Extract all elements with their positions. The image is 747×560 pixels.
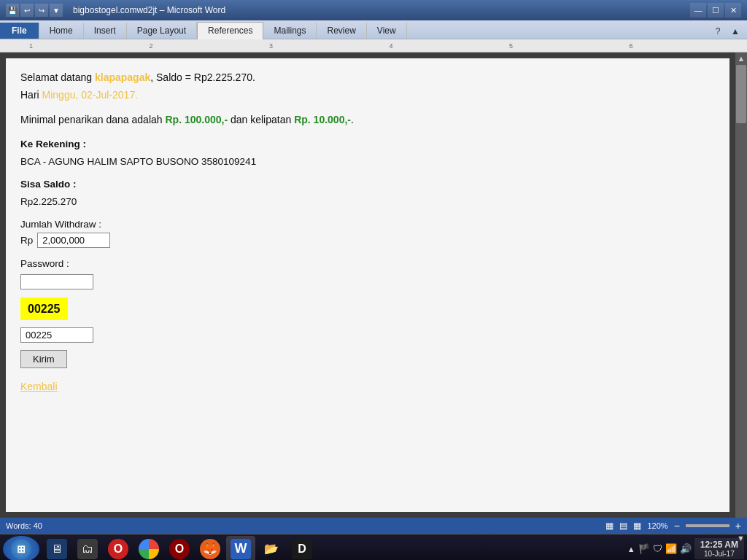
sisa-saldo-label: Sisa Saldo :	[20, 176, 715, 192]
rekening-section: Ke Rekening : BCA - AGUNG HALIM SAPTO BU…	[20, 136, 715, 169]
minimal-amount2: Rp. 10.000,-	[294, 114, 351, 125]
captcha-section: 00225	[20, 298, 715, 343]
taskbar-apps: 🖥 🗂 O O 🦊 W 📂 D	[42, 536, 317, 561]
word-icon: W	[231, 539, 251, 559]
sisa-saldo-section: Sisa Saldo : Rp2.225.270	[20, 176, 715, 209]
redo-quick-btn[interactable]: ↪	[35, 4, 48, 17]
tray-icon-security: 🛡	[653, 543, 662, 554]
minimal-before: Minimal penarikan dana adalah	[20, 114, 165, 125]
minimal-amount: Rp. 100.000,-	[165, 114, 228, 125]
taskbar-app-filemanager[interactable]: 🗂	[73, 536, 102, 561]
password-section: Password :	[20, 256, 715, 290]
taskbar-app-explorer[interactable]: 🖥	[42, 536, 71, 561]
title-bar-left: 💾 ↩ ↪ ▼ bigbostogel.comwd2jt – Microsoft…	[6, 4, 225, 17]
document-content: Selamat datang klapapagak, Saldo = Rp2.2…	[6, 58, 729, 512]
status-right: ▦ ▤ ▦ 120% − +	[605, 520, 741, 532]
taskbar-app-dict[interactable]: D	[287, 536, 317, 561]
more-quick-btn[interactable]: ▼	[50, 4, 63, 17]
undo-quick-btn[interactable]: ↩	[20, 4, 34, 17]
minimize-btn[interactable]: —	[690, 3, 706, 18]
view-icon-full[interactable]: ▤	[619, 521, 627, 531]
taskbar-app-opera-dark[interactable]: O	[165, 536, 194, 561]
clock-time: 12:25 AM	[700, 540, 738, 550]
title-bar: 💾 ↩ ↪ ▼ bigbostogel.comwd2jt – Microsoft…	[0, 0, 747, 20]
tab-file[interactable]: File	[0, 23, 39, 39]
window-controls: — ☐ ✕	[690, 3, 741, 18]
kirim-button[interactable]: Kirim	[20, 350, 67, 368]
ribbon-tabs: File Home Insert Page Layout References …	[0, 20, 747, 39]
firefox-icon: 🦊	[200, 539, 220, 559]
password-input[interactable]	[20, 274, 93, 289]
taskbar-app-word[interactable]: W	[226, 536, 255, 561]
collapse-ribbon-btn[interactable]: ▲	[728, 24, 743, 39]
withdraw-amount-input[interactable]	[37, 233, 110, 248]
tray-icon-network: 📶	[665, 543, 677, 554]
explorer-icon: 🖥	[47, 539, 67, 559]
date-text: Minggu, 02-Jul-2017.	[42, 89, 139, 101]
ke-rekening-label: Ke Rekening :	[20, 136, 715, 152]
zoom-slider[interactable]	[686, 524, 729, 527]
rekening-value: BCA - AGUNG HALIM SAPTO BUSONO 358010924…	[20, 154, 715, 170]
welcome-after: , Saldo = Rp2.225.270.	[150, 71, 255, 83]
jumlah-withdraw-label: Jumlah Withdraw :	[20, 217, 715, 233]
filemanager-icon: 🗂	[77, 539, 98, 559]
welcome-section: Selamat datang klapapagak, Saldo = Rp2.2…	[20, 69, 715, 104]
help-btn[interactable]: ?	[711, 24, 725, 39]
quick-access-toolbar: 💾 ↩ ↪ ▼	[6, 4, 63, 17]
ribbon-extra: ? ▲	[711, 24, 747, 39]
welcome-before: Selamat datang	[20, 71, 95, 83]
zoom-in-btn[interactable]: +	[735, 520, 741, 532]
taskbar-app-folder[interactable]: 📂	[257, 536, 286, 561]
taskbar-app-firefox[interactable]: 🦊	[196, 536, 225, 561]
view-icon-print[interactable]: ▦	[605, 521, 614, 531]
tab-view[interactable]: View	[367, 23, 407, 39]
taskbar-app-opera-red[interactable]: O	[104, 536, 133, 561]
windows-logo: ⊞	[11, 539, 31, 559]
scroll-thumb[interactable]	[736, 65, 746, 123]
zoom-out-btn[interactable]: −	[674, 520, 680, 532]
dict-icon: D	[292, 539, 312, 559]
tab-insert[interactable]: Insert	[84, 23, 127, 39]
sisa-saldo-value: Rp2.225.270	[20, 194, 715, 210]
password-label: Password :	[20, 256, 715, 272]
tab-references[interactable]: References	[197, 22, 263, 39]
rp-prefix: Rp	[20, 233, 33, 249]
minimal-middle: dan kelipatan	[228, 114, 294, 125]
hari-before: Hari	[20, 89, 42, 101]
start-button[interactable]: ⊞	[3, 536, 39, 561]
ruler: 1 2 3 4 5 6 7 8 9	[0, 39, 747, 52]
captcha-input[interactable]	[20, 327, 93, 343]
opera-dark-icon: O	[169, 539, 190, 559]
withdraw-input-row: Rp	[20, 233, 715, 249]
zoom-level: 120%	[647, 521, 667, 530]
tray-arrow[interactable]: ▲	[627, 545, 635, 553]
taskbar: ⊞ 🖥 🗂 O O 🦊 W 📂 D ▲ 🏴	[0, 534, 747, 560]
minimal-section: Minimal penarikan dana adalah Rp. 100.00…	[20, 112, 715, 128]
clock-date: 10-Jul-17	[700, 550, 738, 558]
document-area: Selamat datang klapapagak, Saldo = Rp2.2…	[0, 52, 747, 518]
taskbar-app-chrome[interactable]	[134, 536, 163, 561]
jumlah-withdraw-section: Jumlah Withdraw : Rp	[20, 217, 715, 248]
tab-review[interactable]: Review	[317, 23, 366, 39]
view-icon-web[interactable]: ▦	[633, 521, 641, 531]
minimal-after: .	[351, 114, 354, 125]
tab-home[interactable]: Home	[39, 23, 84, 39]
close-btn[interactable]: ✕	[725, 3, 741, 18]
tab-mailings[interactable]: Mailings	[263, 23, 317, 39]
kembali-link[interactable]: Kembali	[20, 381, 58, 392]
scroll-up-btn[interactable]: ▲	[735, 52, 747, 64]
captcha-display: 00225	[20, 298, 68, 321]
system-tray: ▲ 🏴 🛡 📶 🔊 12:25 AM 10-Jul-17	[627, 538, 744, 559]
tray-icon-volume[interactable]: 🔊	[680, 543, 692, 554]
ribbon: File Home Insert Page Layout References …	[0, 20, 747, 39]
word-count: Words: 40	[6, 521, 42, 530]
opera-red-icon: O	[108, 539, 128, 559]
chrome-icon	[139, 539, 159, 559]
maximize-btn[interactable]: ☐	[708, 3, 724, 18]
vertical-scrollbar[interactable]: ▲ ▼	[735, 52, 747, 518]
username-text: klapapagak	[95, 71, 150, 83]
tray-icon-flag: 🏴	[638, 543, 650, 554]
kembali-section: Kembali	[20, 378, 715, 395]
tab-page-layout[interactable]: Page Layout	[127, 23, 197, 39]
save-quick-btn[interactable]: 💾	[6, 4, 19, 17]
